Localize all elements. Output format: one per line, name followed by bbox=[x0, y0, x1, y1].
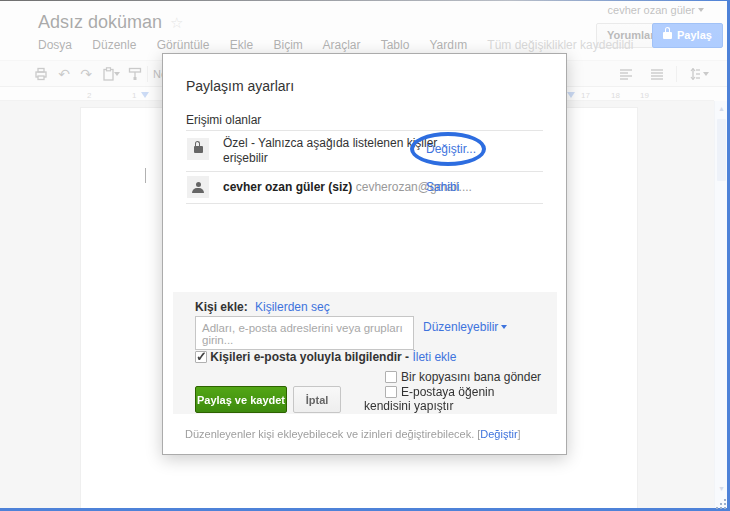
paste-item-row: E-postaya öğenin kendisini yapıştır bbox=[364, 385, 536, 413]
sharing-settings-dialog: Paylaşım ayarları Erişimi olanlar Özel -… bbox=[162, 53, 567, 455]
owner-role-link[interactable]: Sahibi bbox=[426, 180, 459, 194]
divider bbox=[186, 171, 543, 172]
person-icon bbox=[187, 176, 209, 198]
invite-people-input[interactable] bbox=[195, 316, 414, 350]
notify-row: Kişileri e-posta yoluyla bilgilendir - İ… bbox=[195, 350, 456, 364]
annotation-ellipse bbox=[410, 132, 486, 166]
share-save-button[interactable]: Paylaş ve kaydet bbox=[195, 386, 287, 413]
chevron-down-icon bbox=[501, 325, 507, 329]
window-border-top bbox=[0, 0, 730, 1]
permission-selector[interactable]: Düzenleyebilir bbox=[423, 320, 507, 334]
add-message-link[interactable]: İleti ekle bbox=[412, 350, 456, 364]
dialog-footer: Düzenleyenler kişi ekleyebilecek ve izin… bbox=[185, 428, 521, 440]
notify-checkbox[interactable] bbox=[195, 351, 207, 363]
browser-window: cevher ozan güler Adsız doküman☆ Yorumla… bbox=[0, 0, 730, 511]
lock-icon bbox=[187, 138, 209, 160]
paste-item-checkbox[interactable] bbox=[385, 386, 397, 398]
choose-from-contacts-link[interactable]: Kişilerden seç bbox=[255, 300, 330, 314]
change-permissions-link[interactable]: Değiştir bbox=[480, 428, 517, 440]
resize-grip-icon[interactable] bbox=[716, 499, 726, 509]
owner-name: cevher ozan güler (siz) bbox=[223, 180, 352, 194]
access-section-label: Erişimi olanlar bbox=[186, 113, 261, 127]
owner-row: cevher ozan güler (siz) cevherozan@gmail… bbox=[223, 180, 553, 195]
divider bbox=[186, 203, 543, 204]
cancel-button[interactable]: İptal bbox=[293, 386, 341, 413]
dialog-title: Paylaşım ayarları bbox=[186, 78, 294, 94]
send-copy-row: Bir kopyasını bana gönder bbox=[385, 370, 555, 384]
add-people-label: Kişi ekle: bbox=[195, 300, 248, 314]
divider bbox=[186, 130, 543, 131]
send-copy-checkbox[interactable] bbox=[385, 371, 397, 383]
